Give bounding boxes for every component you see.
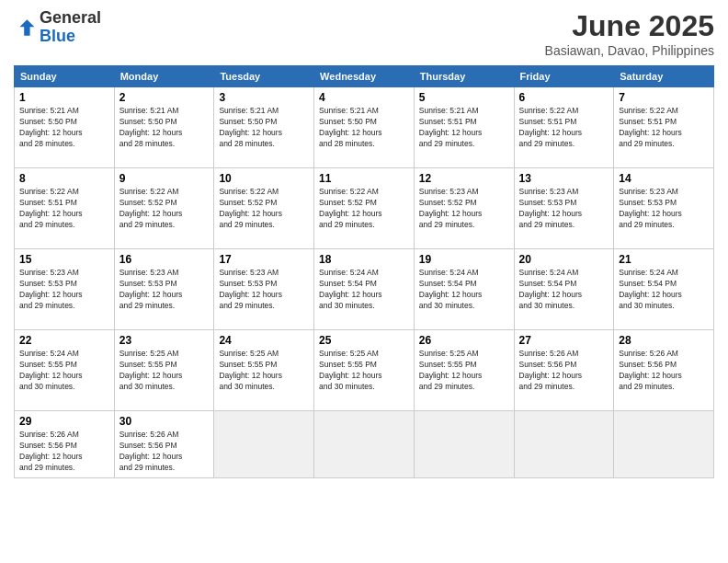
day-info: Sunrise: 5:24 AM Sunset: 5:54 PM Dayligh…	[619, 268, 709, 312]
table-row: 10Sunrise: 5:22 AM Sunset: 5:52 PM Dayli…	[214, 168, 314, 249]
day-info: Sunrise: 5:25 AM Sunset: 5:55 PM Dayligh…	[219, 349, 309, 393]
table-row: 24Sunrise: 5:25 AM Sunset: 5:55 PM Dayli…	[214, 330, 314, 411]
table-row: 27Sunrise: 5:26 AM Sunset: 5:56 PM Dayli…	[514, 330, 614, 411]
day-info: Sunrise: 5:26 AM Sunset: 5:56 PM Dayligh…	[119, 430, 210, 474]
day-info: Sunrise: 5:21 AM Sunset: 5:50 PM Dayligh…	[319, 106, 409, 150]
day-number: 30	[119, 415, 210, 428]
day-number: 20	[519, 253, 609, 266]
day-number: 12	[419, 172, 509, 185]
day-number: 24	[219, 334, 309, 347]
table-row: 4Sunrise: 5:21 AM Sunset: 5:50 PM Daylig…	[314, 87, 415, 168]
day-number: 9	[119, 172, 210, 185]
table-row: 11Sunrise: 5:22 AM Sunset: 5:52 PM Dayli…	[314, 168, 415, 249]
day-number: 14	[619, 172, 709, 185]
day-number: 2	[119, 91, 210, 104]
day-info: Sunrise: 5:22 AM Sunset: 5:51 PM Dayligh…	[19, 187, 109, 231]
day-number: 21	[619, 253, 709, 266]
day-number: 7	[619, 91, 709, 104]
table-row: 21Sunrise: 5:24 AM Sunset: 5:54 PM Dayli…	[614, 249, 714, 330]
day-info: Sunrise: 5:25 AM Sunset: 5:55 PM Dayligh…	[319, 349, 409, 393]
day-number: 13	[519, 172, 609, 185]
title-block: June 2025 Basiawan, Davao, Philippines	[545, 9, 714, 58]
table-row: 7Sunrise: 5:22 AM Sunset: 5:51 PM Daylig…	[614, 87, 714, 168]
day-info: Sunrise: 5:23 AM Sunset: 5:53 PM Dayligh…	[119, 268, 210, 312]
svg-marker-0	[19, 19, 34, 36]
table-row: 8Sunrise: 5:22 AM Sunset: 5:51 PM Daylig…	[15, 168, 115, 249]
day-number: 19	[419, 253, 509, 266]
day-number: 26	[419, 334, 509, 347]
table-row	[414, 411, 514, 478]
table-row: 17Sunrise: 5:23 AM Sunset: 5:53 PM Dayli…	[214, 249, 314, 330]
month-title: June 2025	[545, 9, 714, 43]
day-info: Sunrise: 5:23 AM Sunset: 5:53 PM Dayligh…	[519, 187, 609, 231]
calendar-table: Sunday Monday Tuesday Wednesday Thursday…	[14, 65, 714, 478]
header-thursday: Thursday	[414, 66, 514, 87]
day-info: Sunrise: 5:22 AM Sunset: 5:51 PM Dayligh…	[619, 106, 709, 150]
table-row: 3Sunrise: 5:21 AM Sunset: 5:50 PM Daylig…	[214, 87, 314, 168]
page-header: General Blue June 2025 Basiawan, Davao, …	[14, 9, 714, 58]
day-info: Sunrise: 5:22 AM Sunset: 5:52 PM Dayligh…	[119, 187, 210, 231]
table-row	[614, 411, 714, 478]
table-row: 5Sunrise: 5:21 AM Sunset: 5:51 PM Daylig…	[414, 87, 514, 168]
day-number: 27	[519, 334, 609, 347]
calendar-header-row: Sunday Monday Tuesday Wednesday Thursday…	[15, 66, 714, 87]
day-number: 18	[319, 253, 409, 266]
day-info: Sunrise: 5:22 AM Sunset: 5:52 PM Dayligh…	[219, 187, 309, 231]
day-info: Sunrise: 5:25 AM Sunset: 5:55 PM Dayligh…	[419, 349, 509, 393]
table-row	[214, 411, 314, 478]
table-row: 25Sunrise: 5:25 AM Sunset: 5:55 PM Dayli…	[314, 330, 415, 411]
day-number: 17	[219, 253, 309, 266]
day-info: Sunrise: 5:23 AM Sunset: 5:53 PM Dayligh…	[219, 268, 309, 312]
table-row: 15Sunrise: 5:23 AM Sunset: 5:53 PM Dayli…	[15, 249, 115, 330]
table-row: 1Sunrise: 5:21 AM Sunset: 5:50 PM Daylig…	[15, 87, 115, 168]
logo: General Blue	[14, 9, 101, 46]
header-monday: Monday	[114, 66, 214, 87]
table-row	[514, 411, 614, 478]
day-info: Sunrise: 5:26 AM Sunset: 5:56 PM Dayligh…	[619, 349, 709, 393]
day-info: Sunrise: 5:26 AM Sunset: 5:56 PM Dayligh…	[19, 430, 109, 474]
day-number: 16	[119, 253, 210, 266]
table-row: 13Sunrise: 5:23 AM Sunset: 5:53 PM Dayli…	[514, 168, 614, 249]
header-friday: Friday	[514, 66, 614, 87]
header-wednesday: Wednesday	[314, 66, 415, 87]
day-number: 25	[319, 334, 409, 347]
table-row: 6Sunrise: 5:22 AM Sunset: 5:51 PM Daylig…	[514, 87, 614, 168]
day-info: Sunrise: 5:23 AM Sunset: 5:52 PM Dayligh…	[419, 187, 509, 231]
day-info: Sunrise: 5:26 AM Sunset: 5:56 PM Dayligh…	[519, 349, 609, 393]
table-row: 19Sunrise: 5:24 AM Sunset: 5:54 PM Dayli…	[414, 249, 514, 330]
day-info: Sunrise: 5:24 AM Sunset: 5:54 PM Dayligh…	[419, 268, 509, 312]
day-info: Sunrise: 5:24 AM Sunset: 5:55 PM Dayligh…	[19, 349, 109, 393]
day-number: 22	[19, 334, 109, 347]
day-info: Sunrise: 5:22 AM Sunset: 5:52 PM Dayligh…	[319, 187, 409, 231]
table-row: 9Sunrise: 5:22 AM Sunset: 5:52 PM Daylig…	[114, 168, 214, 249]
table-row: 2Sunrise: 5:21 AM Sunset: 5:50 PM Daylig…	[114, 87, 214, 168]
day-number: 5	[419, 91, 509, 104]
day-number: 6	[519, 91, 609, 104]
header-tuesday: Tuesday	[214, 66, 314, 87]
day-number: 11	[319, 172, 409, 185]
table-row: 14Sunrise: 5:23 AM Sunset: 5:53 PM Dayli…	[614, 168, 714, 249]
table-row: 12Sunrise: 5:23 AM Sunset: 5:52 PM Dayli…	[414, 168, 514, 249]
table-row: 28Sunrise: 5:26 AM Sunset: 5:56 PM Dayli…	[614, 330, 714, 411]
day-info: Sunrise: 5:21 AM Sunset: 5:51 PM Dayligh…	[419, 106, 509, 150]
header-saturday: Saturday	[614, 66, 714, 87]
table-row: 16Sunrise: 5:23 AM Sunset: 5:53 PM Dayli…	[114, 249, 214, 330]
day-number: 28	[619, 334, 709, 347]
header-sunday: Sunday	[15, 66, 115, 87]
table-row: 26Sunrise: 5:25 AM Sunset: 5:55 PM Dayli…	[414, 330, 514, 411]
location: Basiawan, Davao, Philippines	[545, 43, 714, 58]
table-row: 18Sunrise: 5:24 AM Sunset: 5:54 PM Dayli…	[314, 249, 415, 330]
logo-general: General	[40, 8, 101, 27]
day-number: 15	[19, 253, 109, 266]
table-row: 20Sunrise: 5:24 AM Sunset: 5:54 PM Dayli…	[514, 249, 614, 330]
logo-icon	[14, 17, 36, 39]
day-info: Sunrise: 5:25 AM Sunset: 5:55 PM Dayligh…	[119, 349, 210, 393]
day-number: 10	[219, 172, 309, 185]
logo-blue: Blue	[40, 27, 75, 45]
day-number: 3	[219, 91, 309, 104]
day-info: Sunrise: 5:21 AM Sunset: 5:50 PM Dayligh…	[119, 106, 210, 150]
day-info: Sunrise: 5:23 AM Sunset: 5:53 PM Dayligh…	[19, 268, 109, 312]
day-number: 4	[319, 91, 409, 104]
table-row	[314, 411, 415, 478]
logo-text: General Blue	[40, 9, 101, 46]
